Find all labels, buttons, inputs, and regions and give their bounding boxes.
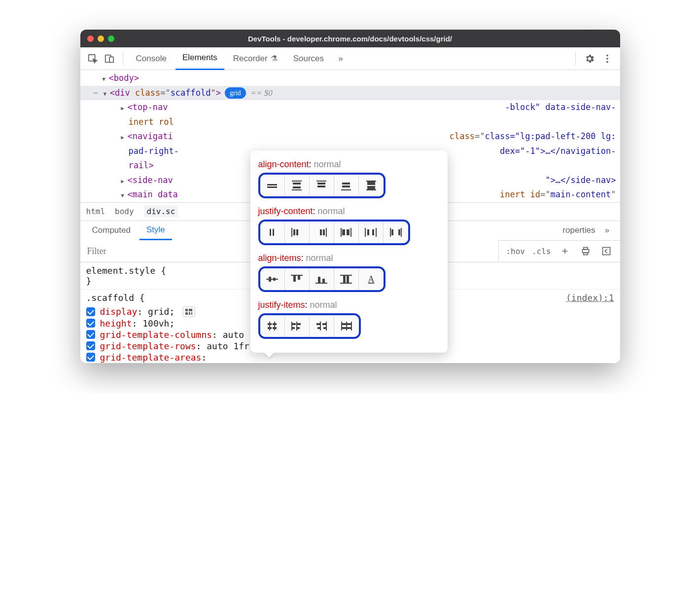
tab-recorder[interactable]: Recorder ⚗: [226, 47, 284, 70]
maximize-window-button[interactable]: [108, 36, 114, 42]
svg-rect-47: [390, 228, 391, 237]
disclosure-triangle-icon[interactable]: [120, 101, 126, 114]
property-checkbox[interactable]: [86, 353, 95, 362]
property-checkbox[interactable]: [86, 341, 95, 350]
align-items-option[interactable]: [285, 268, 310, 290]
justify-content-option[interactable]: [260, 221, 285, 243]
new-style-rule-button[interactable]: [558, 244, 572, 258]
tree-row[interactable]: <navigati class="class="lg:pad-left-200 …: [80, 129, 620, 144]
more-subtabs-button[interactable]: »: [599, 222, 615, 238]
minimize-window-button[interactable]: [98, 36, 104, 42]
tab-sources[interactable]: Sources: [286, 47, 331, 70]
svg-rect-70: [273, 327, 277, 329]
overflow-icon[interactable]: ⋯: [93, 87, 99, 100]
align-items-option[interactable]: [310, 268, 334, 290]
svg-rect-89: [347, 327, 351, 329]
align-items-options: A: [258, 266, 385, 292]
justify-content-option[interactable]: [285, 221, 310, 243]
property-checkbox[interactable]: [86, 307, 95, 316]
svg-rect-58: [318, 277, 320, 283]
property-checkbox[interactable]: [86, 330, 95, 339]
grid-editor-button[interactable]: [182, 306, 195, 317]
disclosure-triangle-icon[interactable]: [120, 174, 126, 187]
align-content-option[interactable]: [260, 175, 285, 196]
svg-rect-23: [317, 185, 325, 187]
cls-toggle[interactable]: .cls: [532, 247, 551, 256]
svg-rect-35: [296, 229, 298, 235]
align-content-options: [258, 173, 385, 198]
svg-rect-84: [346, 322, 347, 331]
tab-elements[interactable]: Elements: [175, 47, 224, 70]
svg-rect-25: [342, 185, 350, 187]
titlebar: DevTools - developer.chrome.com/docs/dev…: [80, 30, 620, 47]
justify-content-options: [258, 220, 410, 245]
svg-rect-75: [292, 327, 295, 329]
svg-rect-36: [320, 229, 322, 235]
svg-rect-56: [298, 276, 300, 280]
popover-row-label: align-content: normal: [258, 159, 440, 170]
kebab-menu-icon[interactable]: [599, 51, 615, 67]
svg-rect-77: [320, 322, 321, 331]
device-toolbar-icon[interactable]: [102, 51, 117, 66]
window-title: DevTools - developer.chrome.com/docs/dev…: [80, 35, 620, 43]
svg-rect-12: [185, 312, 188, 315]
grid-alignment-popover: align-content: normal justify-content: n…: [250, 150, 448, 353]
breadcrumb-item[interactable]: body: [115, 207, 134, 216]
align-items-option[interactable]: A: [359, 268, 384, 290]
breadcrumb-item[interactable]: div.sc: [144, 206, 178, 217]
breadcrumb-item[interactable]: html: [86, 207, 105, 216]
svg-rect-82: [323, 327, 326, 329]
disclosure-triangle-icon[interactable]: [120, 130, 126, 143]
align-items-option[interactable]: [260, 268, 285, 290]
subtab-properties[interactable]: roperties: [556, 221, 597, 240]
svg-rect-61: [343, 276, 346, 283]
property-checkbox[interactable]: [86, 319, 95, 328]
svg-rect-17: [292, 181, 302, 182]
justify-content-option[interactable]: [384, 221, 408, 243]
justify-content-option[interactable]: [359, 221, 384, 243]
tree-row-selected[interactable]: ⋯ <div class="scaffold"> grid == $0: [80, 86, 620, 101]
css-property-row[interactable]: grid-template-areas:: [80, 352, 620, 363]
tree-row[interactable]: inert rol: [80, 115, 620, 130]
svg-rect-31: [270, 229, 271, 236]
justify-items-option[interactable]: [285, 315, 310, 337]
svg-rect-68: [273, 323, 277, 325]
print-media-icon[interactable]: [579, 244, 593, 258]
svg-rect-29: [367, 186, 375, 189]
justify-items-option[interactable]: [260, 315, 285, 337]
svg-rect-71: [291, 322, 292, 331]
align-content-option[interactable]: [285, 175, 310, 196]
disclosure-triangle-icon[interactable]: [120, 188, 126, 201]
align-content-option[interactable]: [359, 175, 384, 196]
disclosure-triangle-icon[interactable]: [102, 87, 108, 100]
svg-rect-9: [602, 248, 610, 255]
svg-rect-28: [367, 182, 375, 185]
more-tabs-button[interactable]: »: [333, 51, 349, 67]
justify-content-option[interactable]: [334, 221, 359, 243]
svg-rect-30: [366, 189, 376, 190]
tab-console[interactable]: Console: [129, 47, 174, 70]
inspect-element-icon[interactable]: [85, 51, 100, 66]
svg-rect-53: [273, 278, 276, 281]
disclosure-triangle-icon[interactable]: [101, 72, 107, 85]
align-content-option[interactable]: [310, 175, 334, 196]
justify-content-option[interactable]: [310, 221, 334, 243]
svg-rect-41: [347, 229, 350, 235]
close-window-button[interactable]: [87, 36, 94, 42]
align-items-option[interactable]: [334, 268, 359, 290]
hov-toggle[interactable]: :hov: [506, 247, 525, 256]
tree-row[interactable]: <body>: [80, 71, 620, 86]
tree-row[interactable]: <top-nav -block" data-side-nav-: [80, 100, 620, 115]
computed-panel-toggle-icon[interactable]: [599, 244, 613, 258]
source-link[interactable]: (index):1: [566, 293, 614, 303]
settings-icon[interactable]: [582, 51, 597, 67]
svg-text:A: A: [368, 274, 374, 284]
justify-items-option[interactable]: [310, 315, 334, 337]
align-content-option[interactable]: [334, 175, 359, 196]
svg-rect-74: [297, 323, 301, 325]
grid-badge[interactable]: grid: [225, 87, 246, 99]
svg-rect-37: [323, 229, 325, 235]
subtab-styles[interactable]: Style: [140, 221, 172, 240]
justify-items-option[interactable]: [334, 315, 359, 337]
subtab-computed[interactable]: Computed: [85, 221, 138, 240]
